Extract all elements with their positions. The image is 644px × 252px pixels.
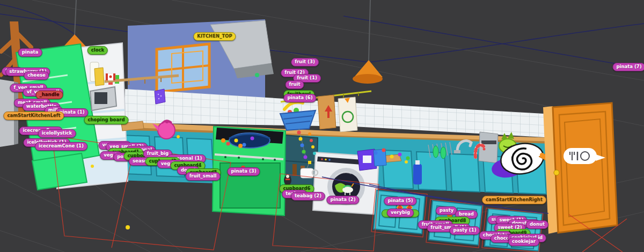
label-camstartkitchenright[interactable]: camStartKitchenRight — [482, 196, 546, 204]
scene-viewport[interactable]: pinataclockKITCHEN_TOPpinata (7)f_(2_str… — [0, 0, 644, 252]
label-icecreamcone-1[interactable]: icecreamCone (1) — [35, 142, 87, 151]
label-handle[interactable]: _handle — [36, 91, 63, 99]
label-icelollystick[interactable]: icelollystick — [38, 129, 76, 138]
label-pinata-2[interactable]: pinata (2) — [326, 196, 359, 204]
label-pinata-5[interactable]: pinata (5) — [384, 197, 416, 205]
label-donut[interactable]: donut — [526, 220, 548, 229]
label-pasty-1[interactable]: pasty (1) — [449, 226, 480, 235]
label-pinata-7[interactable]: pinata (7) — [612, 63, 644, 71]
label-clock[interactable]: clock — [87, 46, 108, 55]
label-pinata-3[interactable]: pinata (3) — [227, 167, 260, 176]
label-teabag-2[interactable]: teabag (2) — [291, 192, 325, 201]
label-choping-board[interactable]: choping board — [84, 116, 129, 124]
label-cheese[interactable]: cheese — [24, 71, 49, 80]
label-camstartkitchenleft[interactable]: camStartKitchenLeft — [3, 112, 64, 120]
label-cookiejar[interactable]: cookiejar — [508, 238, 539, 246]
label-pinata-6[interactable]: pinata (6) — [283, 94, 316, 102]
label-pasty[interactable]: pasty — [436, 206, 457, 215]
label-fruit[interactable]: fruit — [286, 80, 304, 89]
labels-layer: pinataclockKITCHEN_TOPpinata (7)f_(2_str… — [0, 0, 644, 252]
label-verybig[interactable]: verybig — [387, 209, 414, 217]
label-kitchen-top[interactable]: KITCHEN_TOP — [193, 32, 236, 41]
label-pinata[interactable]: pinata — [18, 48, 42, 57]
label-fruit-3[interactable]: fruit (3) — [291, 58, 319, 66]
label-fruit-small[interactable]: fruit_small — [186, 172, 221, 181]
